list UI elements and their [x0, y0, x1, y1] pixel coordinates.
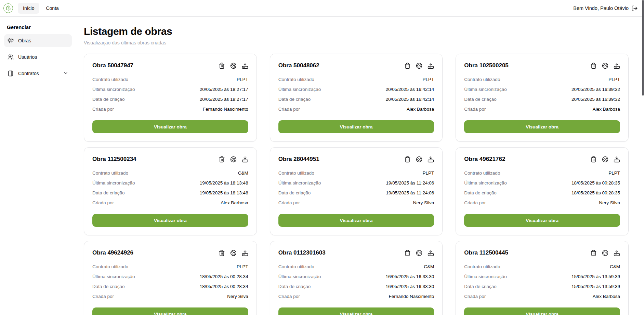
card-row-created-at: Data de criação 20/05/2025 às 16:39:32: [464, 94, 620, 104]
visualizar-obra-button[interactable]: Visualizar obra: [464, 214, 620, 227]
field-label: Criada por: [278, 294, 300, 299]
obra-card-title: Obra 49624926: [92, 249, 133, 256]
sidebar-item-label: Contratos: [18, 71, 39, 76]
field-value: Alex Barbosa: [407, 107, 434, 112]
obra-card-title: Obra 112500234: [92, 156, 136, 163]
visualizar-obra-button[interactable]: Visualizar obra: [464, 307, 620, 315]
field-value: 15/05/2025 às 13:59:39: [571, 274, 620, 279]
card-actions: [219, 156, 248, 163]
download-icon[interactable]: [242, 156, 248, 163]
download-icon[interactable]: [614, 250, 620, 256]
field-value: 20/05/2025 às 16:42:14: [385, 87, 434, 92]
field-value: PLPT: [237, 264, 248, 269]
download-icon[interactable]: [614, 63, 620, 69]
field-value: 19/05/2025 às 11:24:06: [386, 180, 434, 186]
trash-icon[interactable]: [404, 63, 411, 69]
page-title: Listagem de obras: [84, 26, 629, 37]
download-icon[interactable]: [428, 156, 434, 163]
main-content: Listagem de obras Visualização das últim…: [76, 17, 644, 315]
trash-icon[interactable]: [404, 250, 411, 256]
card-actions: [219, 63, 248, 69]
field-value: Fernando Nascimento: [389, 294, 434, 299]
field-label: Data de criação: [464, 190, 497, 195]
vertical-scrollbar[interactable]: [642, 0, 644, 96]
sidebar-item-obras[interactable]: Obras: [4, 34, 72, 47]
card-row-contract: Contrato utilizado PLPT: [464, 74, 620, 84]
cards-grid: Obra 50047947: [84, 54, 629, 315]
card-row-created-by: Criada por Alex Barbosa: [464, 104, 620, 114]
trash-icon[interactable]: [219, 250, 225, 256]
field-label: Contrato utilizado: [464, 77, 500, 82]
visualizar-obra-button[interactable]: Visualizar obra: [92, 214, 248, 227]
visualizar-obra-button[interactable]: Visualizar obra: [464, 120, 620, 133]
card-row-contract: Contrato utilizado PLPT: [92, 74, 248, 84]
field-label: Criada por: [464, 294, 486, 299]
visualizar-obra-button[interactable]: Visualizar obra: [278, 120, 434, 133]
field-label: Criada por: [464, 200, 486, 205]
download-icon[interactable]: [242, 250, 248, 256]
field-label: Última sincronização: [92, 87, 135, 92]
field-value: C&M: [610, 264, 620, 269]
trash-icon[interactable]: [404, 156, 411, 163]
globe-icon[interactable]: [416, 250, 422, 256]
field-value: PLPT: [237, 77, 248, 82]
field-label: Data de criação: [92, 190, 125, 195]
obra-card: Obra 49621762: [456, 147, 629, 235]
field-value: C&M: [238, 170, 248, 176]
field-label: Contrato utilizado: [464, 170, 500, 176]
field-value: 16/05/2025 às 16:33:30: [385, 274, 434, 279]
construction-icon: [8, 38, 14, 44]
field-value: 18/05/2025 às 00:28:35: [571, 190, 620, 195]
field-value: Alex Barbosa: [593, 107, 620, 112]
logout-icon[interactable]: [631, 5, 638, 12]
globe-icon[interactable]: [230, 63, 237, 69]
obra-card-title: Obra 102500205: [464, 62, 509, 69]
visualizar-obra-button[interactable]: Visualizar obra: [92, 307, 248, 315]
globe-icon[interactable]: [602, 250, 608, 256]
app-logo: [3, 3, 13, 13]
card-row-contract: Contrato utilizado C&M: [278, 262, 434, 272]
globe-icon[interactable]: [230, 156, 237, 163]
download-icon[interactable]: [428, 250, 434, 256]
field-label: Data de criação: [464, 284, 497, 289]
field-value: 16/05/2025 às 16:33:30: [385, 284, 434, 289]
card-row-contract: Contrato utilizado PLPT: [92, 262, 248, 272]
card-actions: [590, 63, 620, 69]
card-row-created-by: Criada por Fernando Nascimento: [92, 104, 248, 114]
visualizar-obra-button[interactable]: Visualizar obra: [92, 120, 248, 133]
obra-card-title: Obra 112500445: [464, 249, 508, 256]
field-value: Nery Silva: [227, 294, 248, 299]
globe-icon[interactable]: [230, 250, 237, 256]
card-actions: [219, 250, 248, 256]
globe-icon[interactable]: [602, 63, 608, 69]
visualizar-obra-button[interactable]: Visualizar obra: [278, 214, 434, 227]
tab-conta[interactable]: Conta: [41, 3, 64, 14]
card-row-created-by: Criada por Nery Silva: [278, 198, 434, 208]
globe-icon[interactable]: [416, 63, 422, 69]
download-icon[interactable]: [242, 63, 248, 69]
visualizar-obra-button[interactable]: Visualizar obra: [278, 307, 434, 315]
globe-icon[interactable]: [602, 156, 608, 163]
field-value: 20/05/2025 às 18:27:17: [200, 97, 248, 102]
trash-icon[interactable]: [590, 156, 597, 163]
obra-card: Obra 50047947: [84, 54, 257, 142]
tab-inicio[interactable]: Início: [18, 3, 39, 14]
trash-icon[interactable]: [219, 156, 225, 163]
field-value: 19/05/2025 às 18:13:48: [200, 180, 248, 186]
card-row-created-by: Criada por Alex Barbosa: [92, 198, 248, 208]
sidebar-item-contratos[interactable]: Contratos: [4, 67, 72, 80]
sidebar-item-usuarios[interactable]: Usuários: [4, 51, 72, 64]
download-icon[interactable]: [614, 156, 620, 163]
chevron-down-icon: [63, 70, 68, 77]
globe-icon[interactable]: [416, 156, 422, 163]
card-row-last-sync: Última sincronização 20/05/2025 às 18:27…: [92, 84, 248, 94]
obra-card-title: Obra 0112301603: [278, 249, 326, 256]
field-label: Contrato utilizado: [92, 77, 128, 82]
trash-icon[interactable]: [590, 63, 597, 69]
field-label: Criada por: [464, 107, 486, 112]
field-label: Contrato utilizado: [92, 264, 128, 269]
download-icon[interactable]: [428, 63, 434, 69]
trash-icon[interactable]: [219, 63, 225, 69]
field-label: Criada por: [92, 107, 114, 112]
trash-icon[interactable]: [590, 250, 597, 256]
